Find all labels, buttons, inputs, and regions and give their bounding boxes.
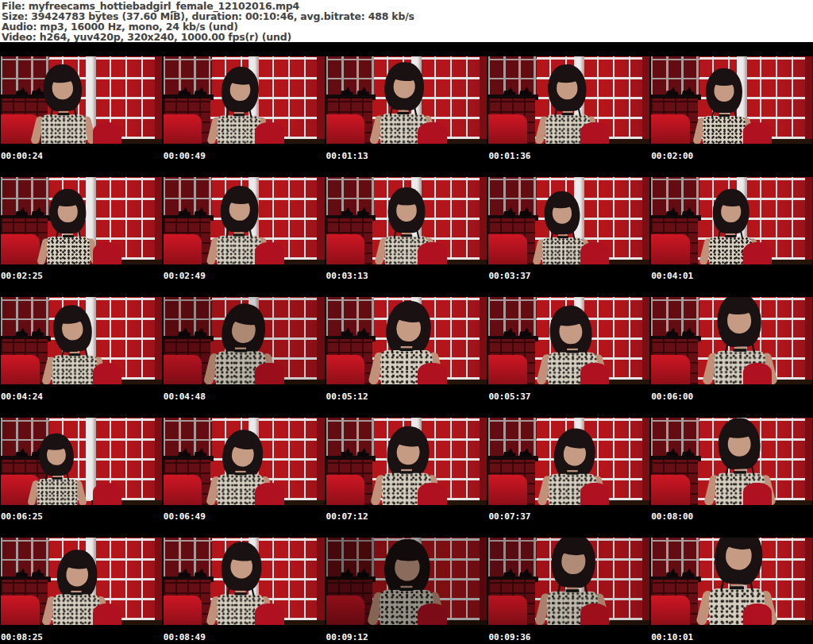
dim-overlay <box>488 418 649 505</box>
timestamp-label: 00:10:01 <box>651 632 693 642</box>
video-frame <box>488 56 649 144</box>
video-frame <box>488 418 649 505</box>
timestamp-label: 00:03:13 <box>326 271 368 281</box>
timestamp-label: 00:09:36 <box>488 632 530 642</box>
video-frame <box>326 56 487 144</box>
timestamp-label: 00:06:49 <box>164 511 206 522</box>
video-frame <box>488 538 649 625</box>
timestamp-label: 00:04:24 <box>1 391 43 402</box>
video-thumbnail: 00:08:49 <box>163 523 326 644</box>
video-frame <box>326 297 487 384</box>
timestamp-label: 00:04:01 <box>651 271 693 281</box>
video-frame <box>651 418 812 505</box>
video-frame <box>164 418 325 505</box>
dim-overlay <box>1 297 162 384</box>
video-thumbnail: 00:00:49 <box>163 42 326 163</box>
dim-overlay <box>651 297 812 384</box>
video-thumbnail: 00:05:37 <box>487 283 650 403</box>
timestamp-label: 00:03:37 <box>488 271 530 281</box>
timestamp-label: 00:02:49 <box>164 271 206 281</box>
dim-overlay <box>1 177 162 264</box>
video-thumbnail: 00:08:25 <box>0 523 163 644</box>
video-frame <box>488 177 649 264</box>
video-frame <box>326 418 487 505</box>
video-frame <box>651 56 812 144</box>
dim-overlay <box>651 177 812 264</box>
dim-overlay <box>164 56 325 144</box>
timestamp-label: 00:04:48 <box>164 391 206 402</box>
video-thumbnail: 00:06:49 <box>163 403 326 524</box>
video-frame <box>1 177 162 264</box>
timestamp-label: 00:06:25 <box>1 511 43 522</box>
video-thumbnail: 00:04:01 <box>650 163 813 283</box>
dim-overlay <box>326 297 487 384</box>
video-frame <box>1 56 162 144</box>
timestamp-label: 00:02:00 <box>651 151 693 161</box>
video-thumbnail: 00:00:24 <box>0 42 163 163</box>
video-frame <box>1 297 162 384</box>
video-frame <box>326 538 487 625</box>
video-thumbnail: 00:09:36 <box>487 523 650 644</box>
timestamp-label: 00:07:37 <box>488 511 530 522</box>
timestamp-label: 00:02:25 <box>1 271 43 281</box>
video-thumbnail: 00:03:37 <box>487 163 650 283</box>
dim-overlay <box>164 297 325 384</box>
video-thumbnail: 00:02:00 <box>650 42 813 163</box>
dim-overlay <box>488 177 649 264</box>
timestamp-label: 00:05:12 <box>326 391 368 402</box>
video-thumbnail: 00:06:00 <box>650 283 813 403</box>
timestamp-label: 00:00:24 <box>1 151 43 161</box>
timestamp-label: 00:08:49 <box>164 632 206 642</box>
video-thumbnail: 00:02:49 <box>163 163 326 283</box>
video-frame <box>164 177 325 264</box>
timestamp-label: 00:08:25 <box>1 632 43 642</box>
thumbnail-grid: 00:00:24 <box>0 42 813 644</box>
video-frame <box>326 177 487 264</box>
video-frame <box>1 418 162 505</box>
video-thumbnail: 00:05:12 <box>326 283 488 403</box>
video-thumbnail: 00:01:36 <box>487 42 650 163</box>
dim-overlay <box>651 538 812 625</box>
dim-overlay <box>326 418 487 505</box>
dim-overlay <box>651 418 812 505</box>
video-frame <box>488 297 649 384</box>
dim-overlay <box>1 418 162 505</box>
video-frame <box>1 538 162 625</box>
timestamp-label: 00:00:49 <box>164 151 206 161</box>
video-thumbnail: 00:10:01 <box>650 523 813 644</box>
dim-overlay <box>488 297 649 384</box>
timestamp-label: 00:05:37 <box>488 391 530 402</box>
timestamp-label: 00:09:12 <box>326 632 368 642</box>
dim-overlay <box>326 177 487 264</box>
dim-overlay <box>651 56 812 144</box>
video-thumbnail: 00:06:25 <box>0 403 163 524</box>
video-frame <box>164 297 325 384</box>
video-thumbnail: 00:07:12 <box>326 403 488 524</box>
video-frame <box>164 538 325 625</box>
video-thumbnail: 00:09:12 <box>326 523 488 644</box>
video-frame <box>651 177 812 264</box>
video-thumbnail: 00:04:24 <box>0 283 163 403</box>
video-frame <box>651 538 812 625</box>
timestamp-label: 00:07:12 <box>326 511 368 522</box>
dim-overlay <box>1 538 162 625</box>
dim-overlay <box>164 418 325 505</box>
dim-overlay <box>488 538 649 625</box>
metadata-header: File: myfreecams_hottiebadgirl_female_12… <box>0 0 813 42</box>
video-thumbnail: 00:04:48 <box>163 283 326 403</box>
header-video-line: Video: h264, yuv420p, 320x240, 1000.00 f… <box>2 32 813 42</box>
dim-overlay <box>326 56 487 144</box>
timestamp-label: 00:01:36 <box>488 151 530 161</box>
timestamp-label: 00:01:13 <box>326 151 368 161</box>
video-thumbnail: 00:02:25 <box>0 163 163 283</box>
dim-overlay <box>1 56 162 144</box>
video-frame <box>651 297 812 384</box>
video-thumbnail: 00:03:13 <box>326 163 488 283</box>
dim-overlay <box>488 56 649 144</box>
timestamp-label: 00:06:00 <box>651 391 693 402</box>
dim-overlay <box>326 538 487 625</box>
video-thumbnail: 00:01:13 <box>326 42 488 163</box>
timestamp-label: 00:08:00 <box>651 511 693 522</box>
video-thumbnail: 00:08:00 <box>650 403 813 524</box>
video-frame <box>164 56 325 144</box>
